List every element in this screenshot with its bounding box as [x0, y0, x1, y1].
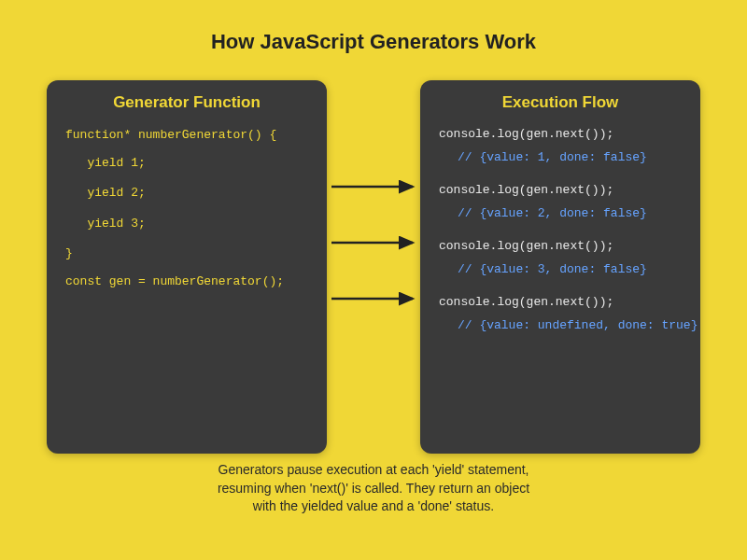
code-line: function* numberGenerator() {: [65, 127, 308, 144]
exec-result: // {value: 1, done: false}: [439, 150, 682, 164]
exec-block: console.log(gen.next()); // {value: unde…: [439, 295, 682, 332]
code-line: const gen = numberGenerator();: [65, 273, 308, 290]
exec-block: console.log(gen.next()); // {value: 3, d…: [439, 239, 682, 276]
code-line: yield 1;: [65, 155, 308, 172]
code-line: }: [65, 245, 308, 262]
caption-line: resuming when 'next()' is called. They r…: [0, 480, 747, 498]
exec-result: // {value: 2, done: false}: [439, 206, 682, 220]
exec-result: // {value: 3, done: false}: [439, 262, 682, 276]
exec-call: console.log(gen.next());: [439, 127, 682, 141]
exec-call: console.log(gen.next());: [439, 295, 682, 309]
exec-call: console.log(gen.next());: [439, 183, 682, 197]
exec-call: console.log(gen.next());: [439, 239, 682, 253]
exec-block: console.log(gen.next()); // {value: 1, d…: [439, 127, 682, 164]
left-panel-title: Generator Function: [65, 93, 308, 112]
code-line: yield 2;: [65, 185, 308, 202]
caption-line: with the yielded value and a 'done' stat…: [0, 497, 747, 516]
right-panel-title: Execution Flow: [439, 93, 682, 112]
code-line: yield 3;: [65, 216, 308, 232]
caption-line: Generators pause execution at each 'yiel…: [0, 461, 747, 480]
generator-code: function* numberGenerator() { yield 1; y…: [65, 127, 308, 290]
page-title: How JavaScript Generators Work: [0, 0, 747, 54]
panels-row: Generator Function function* numberGener…: [0, 54, 747, 454]
exec-block: console.log(gen.next()); // {value: 2, d…: [439, 183, 682, 220]
execution-list: console.log(gen.next()); // {value: 1, d…: [439, 127, 682, 332]
exec-result: // {value: undefined, done: true}: [439, 318, 682, 332]
execution-flow-panel: Execution Flow console.log(gen.next()); …: [420, 80, 700, 454]
caption: Generators pause execution at each 'yiel…: [0, 461, 747, 516]
generator-function-panel: Generator Function function* numberGener…: [47, 80, 327, 454]
